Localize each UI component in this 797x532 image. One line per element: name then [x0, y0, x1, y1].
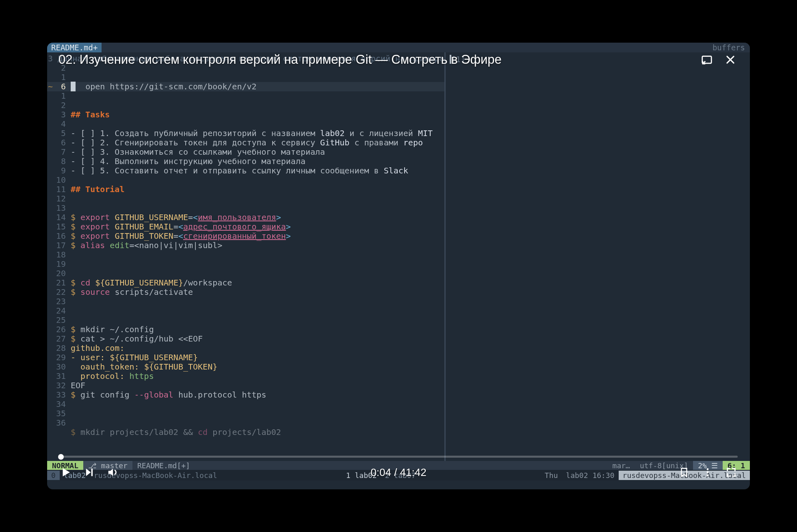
video-title-bar: 02. Изучение систем контроля версий на п…	[58, 52, 739, 68]
video-title: 02. Изучение систем контроля версий на п…	[58, 52, 691, 67]
editor-right-pane: [1]	[446, 52, 750, 461]
vim-tab-active: README.md+	[47, 43, 102, 52]
code-line: 25	[47, 316, 444, 325]
code-line: 24	[47, 306, 444, 316]
svg-point-4	[707, 474, 709, 476]
video-content: README.md+ buffers 3Данная лабораторная …	[47, 43, 750, 489]
code-line: 34	[47, 400, 444, 409]
progress-bar[interactable]	[59, 456, 738, 458]
code-line: 20	[47, 269, 444, 278]
svg-rect-1	[91, 469, 93, 476]
fullscreen-button[interactable]	[722, 463, 740, 481]
volume-button[interactable]	[104, 463, 122, 481]
code-line: 1	[47, 91, 444, 101]
code-line: 1	[47, 73, 444, 82]
play-button[interactable]	[57, 463, 75, 481]
code-line: 18	[47, 250, 444, 260]
close-button[interactable]	[722, 52, 739, 68]
bookmark-button[interactable]	[675, 463, 693, 481]
code-line: 9- [ ] 5. Составить отчет и отправить сс…	[47, 166, 444, 175]
code-line: 14$ export GITHUB_USERNAME=<имя_пользова…	[47, 213, 444, 222]
code-line: 22$ source scripts/activate	[47, 288, 444, 297]
code-line: 4	[47, 119, 444, 129]
code-line: 2	[47, 101, 444, 110]
next-button[interactable]	[80, 463, 98, 481]
code-line: 36	[47, 418, 444, 428]
code-line: $ mkdir projects/lab02 && cd projects/la…	[47, 428, 444, 437]
code-line: 31 protocol: https	[47, 372, 444, 381]
code-line: 15$ export GITHUB_EMAIL=<адрес_почтового…	[47, 222, 444, 231]
code-line: 28github.com:	[47, 344, 444, 353]
time-display: 0:04 / 41:42	[370, 466, 426, 479]
code-line: 12	[47, 194, 444, 203]
code-line: 11## Tutorial	[47, 185, 444, 194]
code-line: 35	[47, 409, 444, 418]
code-line: 7- [ ] 3. Ознакомиться со ссылками учебн…	[47, 147, 444, 157]
svg-point-3	[707, 471, 709, 474]
code-line: 17$ alias edit=<nano|vi|vim|subl>	[47, 241, 444, 250]
more-options-button[interactable]	[699, 463, 717, 481]
vim-tabline: README.md+ buffers	[47, 43, 750, 52]
editor-left-pane: 3Данная лабораторная работа посвещена из…	[47, 52, 444, 461]
code-line: 16$ export GITHUB_TOKEN=<сгенирированный…	[47, 231, 444, 241]
code-line: 8- [ ] 4. Выполнить инструкцию учебного …	[47, 157, 444, 166]
code-line: 33$ git config --global hub.protocol htt…	[47, 390, 444, 400]
code-line: 29- user: ${GITHUB_USERNAME}	[47, 353, 444, 362]
code-line: 30 oauth_token: ${GITHUB_TOKEN}	[47, 362, 444, 372]
code-line: 26$ mkdir ~/.config	[47, 325, 444, 334]
svg-point-2	[707, 468, 709, 470]
code-line: 21$ cd ${GITHUB_USERNAME}/workspace	[47, 278, 444, 288]
progress-thumb[interactable]	[58, 454, 64, 460]
code-line: 27$ cat > ~/.config/hub <<EOF	[47, 334, 444, 344]
vim-buffers-label: buffers	[708, 43, 750, 52]
video-controls: 0:04 / 41:42	[57, 463, 740, 481]
video-player-frame: README.md+ buffers 3Данная лабораторная …	[47, 43, 750, 489]
code-line: 32EOF	[47, 381, 444, 390]
code-line: 3## Tasks	[47, 110, 444, 119]
code-line: 5- [ ] 1. Создать публичный репозиторий …	[47, 129, 444, 138]
code-line: 19	[47, 260, 444, 269]
code-line: 23	[47, 297, 444, 306]
code-line: 10	[47, 175, 444, 185]
code-line: 6- [ ] 2. Сгенирировать токен для доступ…	[47, 138, 444, 147]
code-line: 13	[47, 203, 444, 213]
picture-in-picture-button[interactable]	[699, 52, 715, 68]
code-line: ~6 open https://git-scm.com/book/en/v2	[47, 82, 444, 91]
